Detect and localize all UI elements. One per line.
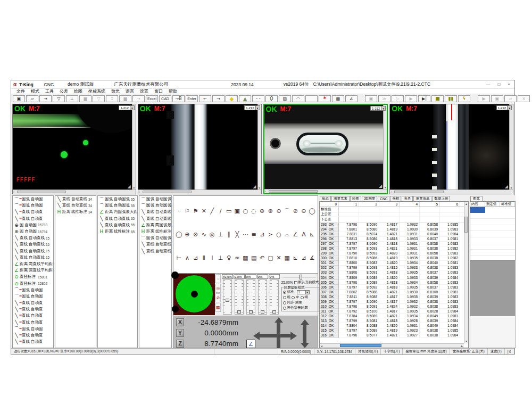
feature-item[interactable]: ╲***直线自动直 — [13, 306, 53, 312]
toolbar-button[interactable]: ϟ — [458, 95, 470, 102]
result-row[interactable]: 311OK7.87928.51001.48171.09350.80281.098… — [320, 309, 464, 314]
result-row[interactable]: 305OK7.87968.50891.48181.09340.80581.098… — [320, 280, 464, 285]
camera-4-panel[interactable]: OK M:7 1-212▾ ◢ ▲▼ ‹ — [389, 104, 513, 194]
measure-tool-icon[interactable]: ▤ — [250, 254, 258, 262]
result-row[interactable]: 314OK7.88048.50881.48201.09310.80491.098… — [320, 323, 464, 328]
light-mode-icon[interactable]: ⊘ — [215, 293, 221, 302]
light-slider-track[interactable] — [223, 279, 232, 315]
light-mode-icon[interactable]: ◌ — [215, 274, 221, 283]
result-row[interactable]: 299OK7.87908.50931.48201.09310.80581.098… — [320, 251, 464, 256]
toolbar-button[interactable]: ▷ — [392, 95, 404, 102]
result-row[interactable]: 295OK7.88118.50741.48211.09310.80401.098… — [320, 232, 464, 237]
measure-tool-icon[interactable]: ⊿ — [300, 254, 308, 262]
radio-medium[interactable] — [292, 296, 295, 299]
menu-item[interactable]: 工具 — [45, 88, 54, 94]
feature-item[interactable]: ╲***直线自动直 — [13, 339, 53, 345]
result-row[interactable]: 301OK7.88008.50831.48201.09340.80401.098… — [320, 261, 464, 266]
measure-tool-icon[interactable]: ⊛ — [267, 207, 275, 215]
toolbar-button[interactable] — [471, 95, 477, 102]
xy-jog-pad[interactable] — [257, 325, 300, 349]
result-row[interactable]: 313OK7.87998.50811.48181.09280.80391.098… — [320, 318, 464, 323]
toolbar-button[interactable]: Excel — [146, 95, 158, 102]
toolbar-button[interactable]: × — [518, 95, 530, 102]
toolbar-button[interactable]: ■ — [431, 95, 444, 102]
measure-tool-icon[interactable]: ○ — [242, 207, 250, 215]
scrollbar-thumb[interactable] — [394, 191, 443, 193]
feature-item[interactable]: ⊕圆自动圆15794 — [13, 228, 53, 235]
feature-item[interactable]: ╲直线自动直线65 — [98, 216, 137, 222]
measure-tool-icon[interactable]: ⊾ — [292, 254, 300, 262]
measure-tool-icon[interactable]: ≻ — [267, 230, 275, 238]
feature-item[interactable]: ╲***直线自动直 — [13, 319, 53, 326]
x-jog-arrows-icon[interactable] — [260, 334, 290, 337]
resize-grip-icon[interactable]: ◢ — [505, 184, 508, 189]
camera-2-panel[interactable]: OK M:7 1-212▾ ◢ ▲▼ ‹ — [138, 104, 262, 194]
menu-item[interactable]: 语言 — [126, 88, 134, 94]
x-axis-icon[interactable]: X — [176, 318, 184, 326]
measure-tool-icon[interactable]: ♀ — [225, 254, 233, 262]
measure-tool-icon[interactable]: ⌒ — [283, 207, 291, 215]
chevron-down-icon[interactable]: ▾ — [507, 106, 511, 110]
measure-tool-icon[interactable]: ✕ — [275, 254, 283, 262]
toolbar-button[interactable]: ▶| — [418, 95, 430, 102]
measure-tool-icon[interactable]: ✕ — [200, 207, 208, 215]
feature-item[interactable]: ╲***直线自动直 — [13, 300, 53, 306]
measure-tool-icon[interactable]: ◯ — [308, 207, 316, 215]
scroll-left-icon[interactable]: ◄ — [320, 344, 323, 348]
results-tab[interactable]: 夹具 — [402, 196, 413, 201]
toolbar-button[interactable]: ▆ — [79, 95, 92, 102]
toolbar-button[interactable]: ▶ — [478, 95, 490, 102]
feature-item[interactable]: ∠距离两直线平均距 — [13, 267, 53, 274]
close-button[interactable]: × — [508, 82, 510, 87]
zoom-slider-thumb[interactable] — [300, 275, 302, 279]
toolbar-button[interactable]: → — [132, 95, 145, 102]
measure-tool-icon[interactable]: ∞ — [233, 254, 241, 262]
camera-1-image[interactable]: FFFFF ◢ — [13, 104, 132, 190]
toolbar-button[interactable]: ▮▮ — [445, 95, 457, 102]
measure-tool-icon[interactable]: ∿ — [200, 230, 208, 238]
radio-fine[interactable] — [301, 296, 304, 299]
light-slider-thumb[interactable] — [249, 310, 253, 314]
menu-item[interactable]: 坐标系统 — [88, 88, 105, 94]
light-slider-thumb[interactable] — [272, 310, 276, 314]
measure-tool-icon[interactable]: ╱ — [209, 207, 217, 215]
measure-tool-icon[interactable]: ▢ — [267, 254, 275, 262]
camera-3-hscrollbar[interactable]: ‹ — [264, 189, 387, 193]
column-header[interactable]: 0 — [320, 202, 339, 207]
scroll-left-icon[interactable]: ‹ — [139, 190, 140, 193]
scrollbar-thumb[interactable] — [269, 190, 318, 193]
feature-item[interactable]: ╲直线自动直线55 — [98, 222, 137, 228]
toolbar-button[interactable]: ▆ — [119, 95, 131, 102]
results-hscroll-thumb[interactable] — [340, 344, 381, 347]
feature-item[interactable]: ⊕圆自动圆15793 — [13, 222, 53, 228]
feature-item[interactable]: ⌒***圆弧自动圆 — [13, 287, 53, 293]
measure-tool-icon[interactable]: ▦ — [242, 254, 250, 262]
result-row[interactable]: 300OK7.88108.50861.48191.09350.80381.098… — [320, 256, 464, 261]
results-tab[interactable]: 测量清单 — [413, 196, 431, 201]
scroll-right-icon[interactable]: ► — [461, 344, 463, 348]
results-tab[interactable]: CNC — [378, 196, 389, 201]
result-row[interactable]: 307OK7.88028.50881.48211.09300.81001.098… — [320, 290, 464, 294]
feature-item[interactable]: ╲直线自动直线55 — [139, 209, 171, 215]
results-tab[interactable]: 测量元素 — [331, 196, 350, 201]
resize-grip-icon[interactable]: ◢ — [128, 184, 131, 189]
menu-item[interactable]: 帮助 — [169, 88, 177, 94]
measure-tool-icon[interactable]: ⊙ — [275, 207, 283, 215]
maximize-button[interactable]: □ — [497, 82, 500, 87]
measure-tool-icon[interactable]: ⊗ — [192, 230, 200, 238]
measure-tool-icon[interactable]: ∠ — [292, 230, 300, 238]
y-axis-icon[interactable]: Y — [176, 329, 184, 337]
light-slider-thumb[interactable] — [261, 310, 264, 314]
results-vscroll-thumb[interactable] — [464, 217, 468, 233]
elements-tab[interactable]: 图元 — [470, 196, 483, 201]
feature-item[interactable]: ╲***直线自动直 — [13, 312, 53, 319]
camera-4-zoom-select[interactable]: 1-212▾ — [496, 105, 512, 110]
menu-item[interactable]: 文件 — [16, 88, 25, 94]
results-tab[interactable]: 状态 — [320, 196, 331, 201]
camera-2-image[interactable]: ◢ — [138, 104, 257, 190]
toolbar-button[interactable]: ▲ — [239, 95, 251, 102]
column-header[interactable]: 内容 — [470, 202, 485, 207]
scrollbar-thumb[interactable] — [143, 191, 192, 193]
toolbar-button[interactable] — [359, 95, 364, 102]
scroll-left-icon[interactable]: ‹ — [390, 190, 392, 193]
